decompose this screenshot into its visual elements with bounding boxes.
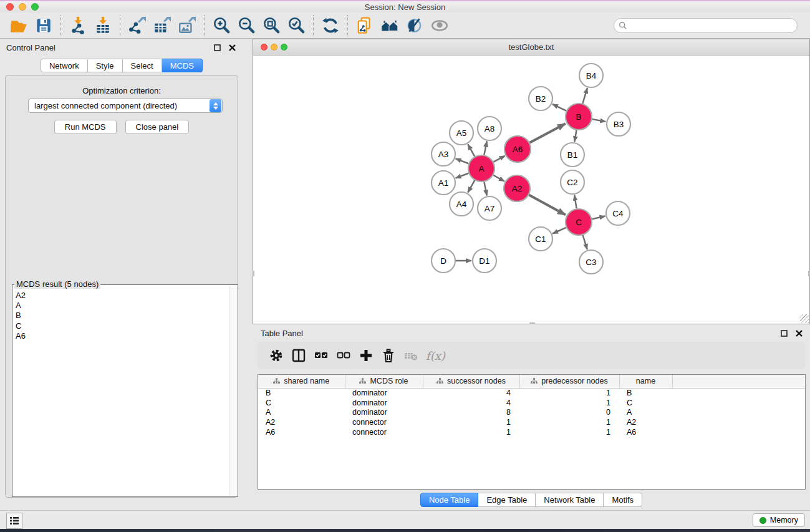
graph-edge-A-A8[interactable] <box>484 142 486 155</box>
network-window-titlebar[interactable]: testGlobe.txt <box>253 39 809 56</box>
column-header-predecessor-nodes[interactable]: predecessor nodes <box>519 375 619 388</box>
table-cell[interactable]: connector <box>345 417 423 427</box>
table-cell[interactable]: 0 <box>519 407 619 417</box>
table-tab-motifs[interactable]: Motifs <box>604 493 642 507</box>
graph-edge-B-B3[interactable] <box>592 119 606 122</box>
column-header-name[interactable]: name <box>619 375 672 388</box>
tab-select[interactable]: Select <box>123 59 162 72</box>
table-tab-edge-table[interactable]: Edge Table <box>478 493 536 507</box>
table-cell[interactable]: 4 <box>423 398 519 408</box>
graph-edge-C-C2[interactable] <box>574 195 576 209</box>
graph-edge-A-A2[interactable] <box>493 175 504 181</box>
table-cell[interactable]: dominator <box>345 398 423 408</box>
mcds-result-item[interactable]: C <box>14 321 229 331</box>
table-cell[interactable]: B <box>258 388 345 398</box>
table-row[interactable]: Cdominator41C <box>258 398 805 408</box>
select-all-button[interactable] <box>310 345 332 366</box>
graph-edge-C-C4[interactable] <box>592 216 605 220</box>
task-history-button[interactable] <box>6 513 22 529</box>
column-header-successor-nodes[interactable]: successor nodes <box>423 375 519 388</box>
table-settings-button[interactable] <box>265 345 287 366</box>
save-session-button[interactable] <box>31 14 56 37</box>
column-header-shared-name[interactable]: shared name <box>258 375 345 388</box>
mcds-result-item[interactable]: A <box>14 301 229 311</box>
memory-button[interactable]: Memory <box>753 513 805 527</box>
table-cell[interactable]: A <box>258 407 345 417</box>
table-cell[interactable]: 1 <box>519 388 619 398</box>
table-cell[interactable]: 4 <box>423 388 519 398</box>
column-header-MCDS-role[interactable]: MCDS role <box>345 375 423 388</box>
run-mcds-button[interactable]: Run MCDS <box>54 120 117 134</box>
node-table[interactable]: shared nameMCDS rolesuccessor nodesprede… <box>258 374 806 490</box>
network-canvas[interactable]: B4B2BB3A8A5A6A3B1AA1C2A2A4A7C4CC1C3DD1 <box>253 56 809 324</box>
graph-edge-B-B1[interactable] <box>574 130 576 142</box>
resize-grip-left[interactable] <box>253 271 254 276</box>
graph-edge-B-B4[interactable] <box>582 88 587 104</box>
search-input[interactable] <box>614 18 798 33</box>
table-row[interactable]: Bdominator41B <box>258 388 805 398</box>
import-table-button[interactable] <box>90 14 115 37</box>
table-cell[interactable]: 8 <box>423 407 519 417</box>
graph-edge-A-A5[interactable] <box>468 144 475 157</box>
export-image-button[interactable] <box>175 14 200 37</box>
criterion-dropdown[interactable]: largest connected component (directed) <box>28 99 223 113</box>
resize-grip-icon[interactable] <box>800 314 809 323</box>
table-cell[interactable]: 1 <box>519 427 619 437</box>
table-tab-network-table[interactable]: Network Table <box>536 493 604 507</box>
create-column-button[interactable] <box>355 345 377 366</box>
export-table-button[interactable] <box>150 14 175 37</box>
mcds-result-item[interactable]: A6 <box>14 331 229 341</box>
open-file-button[interactable] <box>6 14 31 37</box>
mcds-result-item[interactable]: B <box>14 311 229 321</box>
table-cell[interactable]: dominator <box>345 388 423 398</box>
graph-edge-C-C3[interactable] <box>583 235 587 249</box>
close-panel-icon[interactable] <box>227 42 237 52</box>
graph-edge-B-B2[interactable] <box>552 104 566 111</box>
graph-edge-A2-C[interactable] <box>529 195 566 215</box>
graph-edge-A-A7[interactable] <box>484 182 486 196</box>
graph-edge-A-A1[interactable] <box>456 173 469 178</box>
table-cell[interactable]: A2 <box>619 417 672 427</box>
table-cell[interactable]: 1 <box>423 417 519 427</box>
table-cell[interactable]: C <box>619 398 672 408</box>
export-network-button[interactable] <box>125 14 150 37</box>
graph-edge-A-A6[interactable] <box>493 156 504 162</box>
home-button[interactable] <box>377 14 402 37</box>
graph-edge-C-C1[interactable] <box>552 228 566 234</box>
float-panel-icon[interactable] <box>212 42 222 52</box>
table-cell[interactable]: B <box>619 388 672 398</box>
result-list-scrollbar[interactable] <box>229 286 237 496</box>
graph-edge-A-A4[interactable] <box>468 180 475 193</box>
table-cell[interactable]: 1 <box>423 427 519 437</box>
zoom-out-button[interactable] <box>234 14 259 37</box>
graph-edge-A6-B[interactable] <box>529 123 565 142</box>
refresh-button[interactable] <box>318 14 343 37</box>
hide-graphics-details-button[interactable] <box>402 14 427 37</box>
tab-style[interactable]: Style <box>88 59 123 72</box>
table-cell[interactable]: A6 <box>619 427 672 437</box>
mcds-result-item[interactable]: A2 <box>14 291 229 301</box>
table-cell[interactable]: A6 <box>258 427 345 437</box>
show-column-button[interactable] <box>287 345 310 366</box>
network-graph[interactable]: B4B2BB3A8A5A6A3B1AA1C2A2A4A7C4CC1C3DD1 <box>253 56 809 324</box>
table-tab-node-table[interactable]: Node Table <box>420 493 479 507</box>
graph-edge-A-A3[interactable] <box>456 158 469 163</box>
zoom-in-button[interactable] <box>209 14 234 37</box>
close-table-panel-icon[interactable] <box>794 328 804 338</box>
table-cell[interactable]: dominator <box>345 407 423 417</box>
table-cell[interactable]: 1 <box>519 398 619 408</box>
zoom-fit-button[interactable] <box>259 14 284 37</box>
tab-network[interactable]: Network <box>41 59 88 72</box>
delete-column-button[interactable] <box>377 345 400 366</box>
table-cell[interactable]: 1 <box>519 417 619 427</box>
close-panel-button[interactable]: Close panel <box>125 120 190 134</box>
new-network-button[interactable] <box>352 14 377 37</box>
tab-mcds[interactable]: MCDS <box>162 59 203 72</box>
zoom-selected-button[interactable] <box>284 14 309 37</box>
table-cell[interactable]: C <box>258 398 345 408</box>
table-row[interactable]: A6connector11A6 <box>258 427 805 437</box>
unselect-all-button[interactable] <box>332 345 355 366</box>
table-cell[interactable]: A <box>619 407 672 417</box>
import-network-button[interactable] <box>65 14 90 37</box>
table-cell[interactable]: connector <box>345 427 423 437</box>
